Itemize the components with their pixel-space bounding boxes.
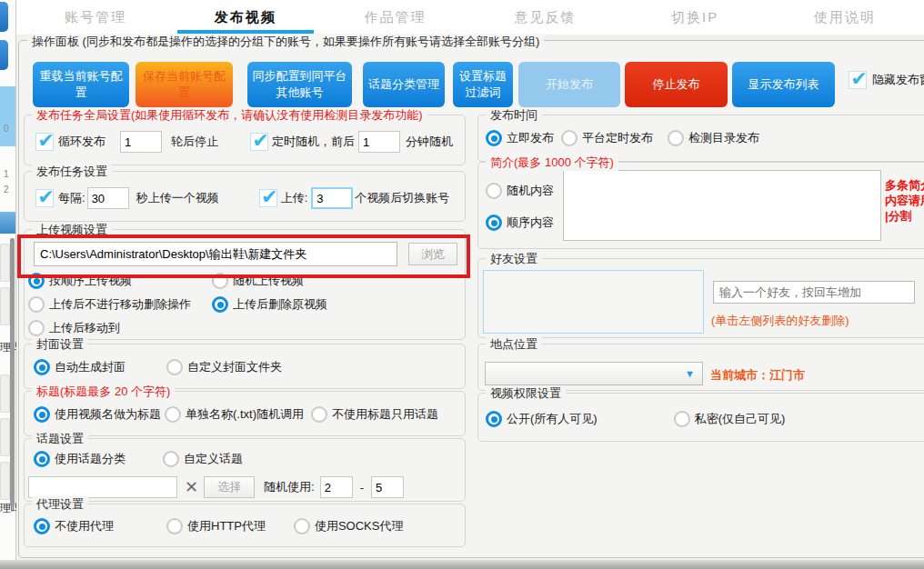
background-button-fragment[interactable]: [0, 2, 8, 32]
location-group: 地点位置 ▼ 当前城市：江门市: [477, 344, 924, 391]
reload-account-config-button[interactable]: 重载当前账号配置: [33, 62, 129, 107]
no-move-delete-radio[interactable]: [28, 296, 45, 313]
description-note: 多条简介 内容请用 |分割: [885, 177, 924, 224]
upload-count-checkbox[interactable]: ✔: [259, 189, 277, 207]
timed-random-minutes-input[interactable]: [358, 131, 400, 153]
location-dropdown[interactable]: ▼: [485, 362, 703, 385]
interval-suffix-label: 秒上传一个视频: [136, 190, 219, 206]
loop-publish-checkbox[interactable]: ✔: [35, 133, 54, 151]
move-after-upload-label: 上传后移动到: [49, 320, 120, 336]
timed-random-suffix-label: 分钟随机: [406, 134, 453, 150]
sync-config-button[interactable]: 同步配置到同平台其他账号: [247, 62, 352, 107]
tab-account-management[interactable]: 账号管理: [27, 0, 164, 35]
hide-publish-window-checkbox[interactable]: ✔: [849, 71, 867, 89]
custom-topic-radio[interactable]: [163, 451, 179, 467]
topic-max-input[interactable]: [371, 476, 404, 498]
sequential-content-radio[interactable]: [486, 215, 502, 231]
upload-in-order-label: 按顺序上传视频: [49, 273, 132, 289]
topic-category-input[interactable]: [28, 476, 177, 498]
no-proxy-label: 不使用代理: [55, 518, 114, 534]
use-topic-category-radio[interactable]: [34, 451, 50, 467]
window-bottom-edge: [0, 560, 924, 569]
interval-seconds-input[interactable]: [87, 187, 129, 209]
public-label: 公开(所有人可见): [507, 411, 598, 427]
move-after-upload-radio[interactable]: [28, 320, 45, 336]
no-proxy-radio[interactable]: [34, 518, 50, 534]
clear-icon[interactable]: ✕: [185, 479, 198, 495]
upload-count-label: 上传:: [281, 190, 308, 206]
video-folder-path-input[interactable]: [34, 242, 397, 266]
description-textarea[interactable]: [563, 170, 881, 241]
privacy-title: 视频权限设置: [486, 385, 566, 402]
custom-cover-radio[interactable]: [166, 359, 183, 375]
timed-random-checkbox[interactable]: ✔: [250, 133, 268, 151]
socks-proxy-radio[interactable]: [294, 518, 310, 534]
http-proxy-radio[interactable]: [166, 518, 183, 534]
background-list-row[interactable]: [0, 287, 10, 325]
tab-works-management[interactable]: 作品管理: [327, 0, 464, 35]
use-video-name-label: 使用视频名做为标题: [55, 406, 161, 423]
background-list-row[interactable]: [0, 418, 10, 456]
background-list-row[interactable]: [0, 462, 10, 500]
topic-settings-group: 话题设置 使用话题分类 自定义话题 ✕ 选择 随机使用: -: [24, 438, 466, 502]
stop-publish-button[interactable]: 停止发布: [625, 62, 728, 107]
delete-after-upload-radio[interactable]: [212, 296, 228, 313]
socks-proxy-label: 使用SOCKS代理: [315, 518, 404, 534]
check-icon: ✔: [37, 189, 54, 206]
friends-group: 好友设置 (单击左侧列表的好友删除): [477, 258, 924, 338]
watch-directory-radio[interactable]: [668, 130, 684, 146]
tab-publish-video[interactable]: 发布视频: [177, 0, 314, 35]
background-selected-row[interactable]: [0, 86, 15, 146]
loop-rounds-input[interactable]: [120, 131, 162, 153]
browse-button[interactable]: 浏览: [408, 243, 457, 265]
friends-listbox[interactable]: [483, 270, 704, 334]
interval-checkbox[interactable]: ✔: [35, 189, 54, 207]
upload-in-order-radio[interactable]: [28, 273, 45, 289]
topic-category-manage-button[interactable]: 话题分类管理: [363, 62, 445, 107]
background-header-bar: [0, 212, 15, 234]
show-publish-list-button[interactable]: 显示发布列表: [732, 62, 835, 107]
no-title-label: 不使用标题只用话题: [332, 406, 438, 423]
upload-random-radio[interactable]: [212, 273, 228, 289]
private-radio[interactable]: [674, 411, 690, 427]
tab-help[interactable]: 使用说明: [777, 0, 913, 35]
publish-now-radio[interactable]: [486, 130, 502, 146]
friend-input[interactable]: [713, 281, 915, 304]
http-proxy-label: 使用HTTP代理: [187, 518, 266, 534]
no-title-radio[interactable]: [311, 406, 327, 423]
chevron-down-icon: ▼: [685, 368, 695, 379]
current-city-label: 当前城市：江门市: [710, 367, 805, 384]
topic-min-input[interactable]: [320, 476, 353, 498]
cover-settings-group: 封面设置 自动生成封面 自定义封面文件夹: [24, 344, 466, 389]
public-radio[interactable]: [486, 411, 502, 427]
random-content-radio[interactable]: [486, 183, 502, 199]
background-row-number: 2: [4, 185, 9, 195]
auto-cover-label: 自动生成封面: [55, 359, 126, 375]
save-account-config-button[interactable]: 保存当前账号配置: [136, 62, 233, 107]
cover-settings-title: 封面设置: [32, 336, 88, 353]
background-list-row[interactable]: [0, 244, 10, 282]
upload-settings-title: 上传视频设置: [32, 222, 112, 238]
start-publish-button[interactable]: 开始发布: [518, 62, 620, 107]
tab-feedback[interactable]: 意见反馈: [477, 0, 613, 35]
auto-cover-radio[interactable]: [34, 359, 50, 375]
description-title: 简介(最多 1000 个字符): [486, 155, 618, 171]
background-window-strip: 0 1 2 理哔 理哔: [0, 0, 16, 569]
title-filter-button[interactable]: 设置标题过滤词: [453, 62, 513, 107]
upload-count-input[interactable]: [311, 187, 353, 209]
upload-settings-group: 上传视频设置 浏览 按顺序上传视频 随机上传视频 上传后不进行移动删除操作 上传…: [24, 229, 466, 340]
platform-scheduled-label: 平台定时发布: [582, 130, 653, 146]
use-topic-category-label: 使用话题分类: [55, 451, 126, 467]
check-icon: ✔: [252, 133, 268, 150]
background-button-fragment[interactable]: [0, 40, 8, 70]
tab-switch-ip[interactable]: 切换IP: [627, 0, 763, 35]
topic-settings-title: 话题设置: [32, 431, 88, 447]
friends-hint: (单击左侧列表的好友删除): [711, 313, 849, 329]
background-scrollbar[interactable]: [10, 238, 15, 506]
use-video-name-radio[interactable]: [34, 406, 50, 423]
select-topic-button[interactable]: 选择: [204, 476, 255, 498]
privacy-group: 视频权限设置 公开(所有人可见) 私密(仅自己可见): [477, 393, 924, 442]
platform-scheduled-radio[interactable]: [561, 130, 578, 146]
background-list-row[interactable]: [0, 374, 10, 413]
txt-random-radio[interactable]: [165, 406, 181, 423]
